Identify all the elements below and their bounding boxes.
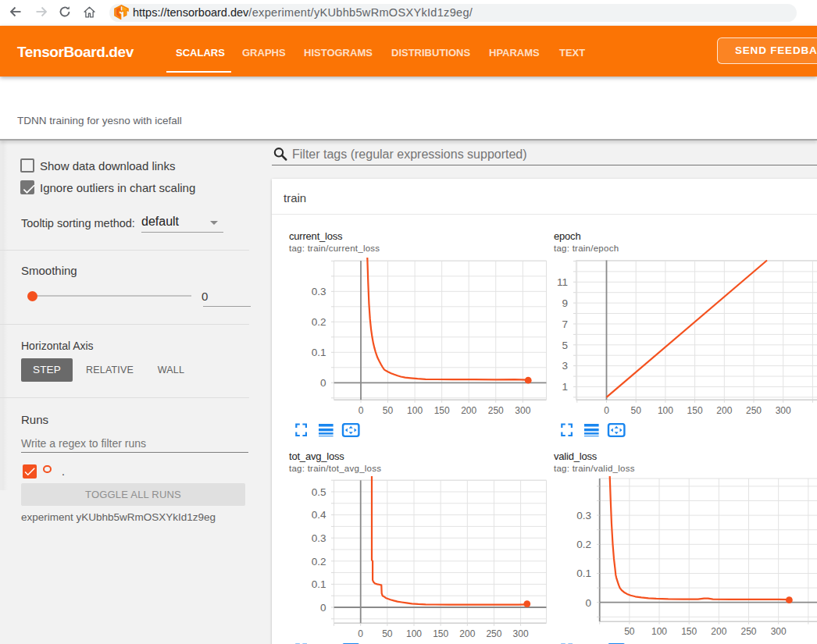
svg-text:250: 250	[488, 405, 504, 416]
svg-text:200: 200	[461, 405, 476, 416]
svg-text:0.3: 0.3	[312, 532, 326, 544]
svg-text:0: 0	[585, 597, 591, 609]
svg-text:50: 50	[624, 626, 635, 637]
svg-text:250: 250	[746, 405, 762, 416]
svg-text:100: 100	[407, 405, 423, 416]
svg-text:9: 9	[562, 297, 568, 309]
svg-text:5: 5	[562, 340, 568, 351]
svg-text:0.1: 0.1	[312, 578, 326, 590]
svg-text:50: 50	[382, 628, 393, 638]
svg-text:11: 11	[557, 276, 568, 288]
svg-text:150: 150	[687, 405, 703, 416]
svg-text:150: 150	[434, 405, 450, 416]
svg-text:200: 200	[716, 405, 732, 416]
svg-text:300: 300	[515, 405, 530, 416]
svg-text:0: 0	[320, 602, 326, 614]
svg-text:250: 250	[486, 628, 501, 638]
svg-text:0.3: 0.3	[576, 510, 591, 521]
svg-text:0: 0	[359, 405, 364, 416]
svg-text:0.4: 0.4	[312, 509, 326, 521]
svg-text:300: 300	[513, 628, 529, 638]
svg-text:100: 100	[658, 405, 673, 416]
svg-text:0.1: 0.1	[312, 347, 326, 358]
svg-text:0.2: 0.2	[312, 556, 326, 568]
svg-text:7: 7	[562, 318, 568, 330]
svg-text:150: 150	[681, 626, 697, 637]
svg-text:150: 150	[433, 628, 448, 638]
svg-text:300: 300	[771, 626, 787, 637]
svg-text:1: 1	[562, 381, 568, 393]
svg-text:0: 0	[604, 405, 609, 416]
svg-text:250: 250	[740, 626, 756, 637]
svg-text:100: 100	[406, 628, 422, 638]
svg-text:0.2: 0.2	[576, 539, 591, 550]
svg-text:50: 50	[631, 405, 642, 416]
svg-text:0.3: 0.3	[312, 286, 326, 297]
svg-text:200: 200	[711, 626, 726, 637]
svg-text:200: 200	[459, 628, 475, 638]
svg-text:0.2: 0.2	[312, 316, 326, 328]
svg-text:0: 0	[320, 377, 326, 389]
svg-text:50: 50	[383, 405, 394, 416]
svg-text:0.5: 0.5	[312, 486, 326, 498]
svg-text:3: 3	[562, 360, 568, 372]
svg-text:0: 0	[358, 628, 363, 638]
svg-text:0.1: 0.1	[576, 568, 591, 579]
svg-text:300: 300	[776, 405, 791, 416]
svg-text:100: 100	[651, 626, 667, 637]
